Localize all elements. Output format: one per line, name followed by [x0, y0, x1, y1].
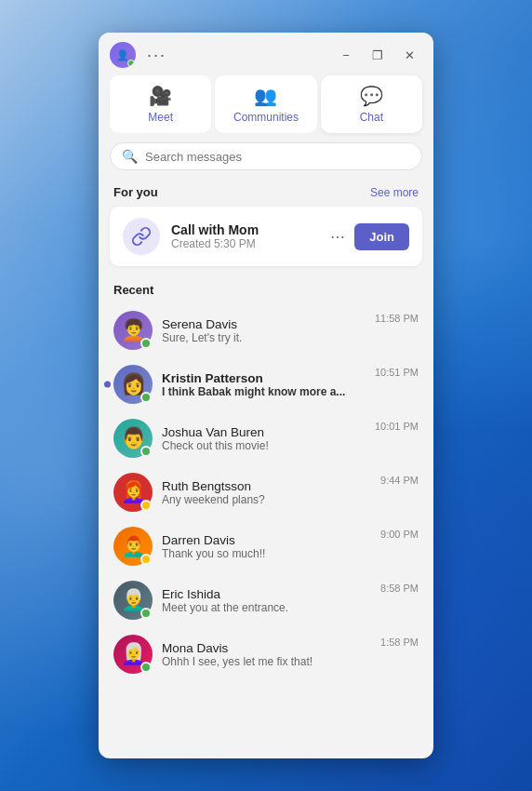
for-you-title: For you [113, 185, 158, 199]
tab-communities-label: Communities [233, 111, 299, 124]
chat-preview-text: Sure, Let's try it. [162, 331, 366, 344]
recent-title: Recent [113, 283, 153, 297]
see-more-button[interactable]: See more [370, 186, 419, 199]
tab-meet-label: Meet [148, 111, 173, 124]
chat-timestamp: 9:00 PM [380, 529, 419, 540]
chat-preview-text: Ohhh I see, yes let me fix that! [162, 655, 371, 668]
recent-header: Recent [99, 277, 433, 303]
tab-communities[interactable]: 👥 Communities [215, 75, 316, 133]
for-you-header: For you See more [99, 181, 433, 207]
app-window: 👤 ··· − ❐ ✕ 🎥 Meet 👥 Communities 💬 Chat … [99, 33, 433, 758]
chat-body: Eric Ishida Meet you at the entrance. [162, 587, 371, 614]
chat-preview-text: I think Babak might know more a... [162, 385, 366, 398]
tab-chat-label: Chat [360, 111, 383, 124]
call-actions: ⋯ Join [328, 223, 409, 250]
call-title: Call with Mom [171, 222, 317, 237]
contact-status-dot [140, 500, 152, 511]
chat-body: Ruth Bengtsson Any weekend plans? [162, 479, 371, 506]
chat-avatar-wrap: 👨 [113, 419, 153, 458]
title-bar-left: 👤 ··· [110, 42, 170, 68]
chat-list-item[interactable]: 👨‍🦳 Eric Ishida Meet you at the entrance… [99, 573, 433, 627]
chat-preview-text: Any weekend plans? [162, 493, 371, 506]
search-bar: 🔍 [110, 142, 422, 170]
chat-body: Joshua Van Buren Check out this movie! [162, 425, 366, 452]
chat-timestamp: 11:58 PM [375, 313, 419, 324]
chat-list: 🧑‍🦱 Serena Davis Sure, Let's try it. 11:… [99, 303, 433, 681]
call-more-button[interactable]: ⋯ [328, 226, 347, 248]
more-options-button[interactable]: ··· [143, 44, 170, 67]
chat-avatar-wrap: 👩‍🦳 [113, 635, 153, 674]
chat-contact-name: Mona Davis [162, 641, 371, 655]
chat-contact-name: Eric Ishida [162, 587, 371, 601]
restore-button[interactable]: ❐ [365, 42, 391, 68]
chat-avatar-wrap: 👨‍🦳 [113, 581, 153, 620]
contact-status-dot [140, 392, 152, 403]
chat-list-item[interactable]: 🧑‍🦱 Serena Davis Sure, Let's try it. 11:… [99, 303, 433, 357]
contact-status-dot [140, 608, 152, 619]
communities-icon: 👥 [254, 85, 277, 107]
call-card[interactable]: Call with Mom Created 5:30 PM ⋯ Join [110, 207, 422, 266]
unread-indicator [104, 382, 111, 388]
chat-body: Mona Davis Ohhh I see, yes let me fix th… [162, 641, 371, 668]
content-area: For you See more Call with Mom Created 5… [99, 181, 433, 758]
search-input[interactable] [145, 150, 410, 164]
chat-list-item[interactable]: 👩 Kristin Patterson I think Babak might … [99, 357, 433, 411]
join-button[interactable]: Join [354, 223, 409, 250]
user-status-dot [127, 60, 135, 67]
chat-contact-name: Darren Davis [162, 533, 371, 547]
call-link-icon [123, 218, 160, 255]
close-button[interactable]: ✕ [396, 42, 422, 68]
meet-icon: 🎥 [149, 85, 172, 107]
chat-timestamp: 8:58 PM [380, 583, 419, 594]
chat-list-item[interactable]: 👨‍🦰 Darren Davis Thank you so much!! 9:0… [99, 519, 433, 573]
search-icon: 🔍 [122, 149, 138, 164]
chat-contact-name: Kristin Patterson [162, 371, 366, 385]
chat-preview-text: Thank you so much!! [162, 547, 371, 560]
chat-body: Kristin Patterson I think Babak might kn… [162, 371, 366, 398]
chat-avatar-wrap: 👩‍🦰 [113, 473, 153, 512]
chat-icon: 💬 [360, 85, 383, 107]
tab-meet[interactable]: 🎥 Meet [110, 75, 211, 133]
chat-body: Darren Davis Thank you so much!! [162, 533, 371, 560]
minimize-button[interactable]: − [333, 42, 359, 68]
chat-list-item[interactable]: 👩‍🦳 Mona Davis Ohhh I see, yes let me fi… [99, 627, 433, 681]
chat-preview-text: Meet you at the entrance. [162, 601, 371, 614]
user-avatar: 👤 [110, 42, 136, 68]
contact-status-dot [140, 662, 152, 673]
call-info: Call with Mom Created 5:30 PM [171, 222, 317, 250]
contact-status-dot [140, 446, 152, 457]
chat-list-item[interactable]: 👨 Joshua Van Buren Check out this movie!… [99, 411, 433, 465]
chat-contact-name: Ruth Bengtsson [162, 479, 371, 493]
chat-body: Serena Davis Sure, Let's try it. [162, 317, 366, 344]
title-bar: 👤 ··· − ❐ ✕ [99, 33, 433, 75]
call-created: Created 5:30 PM [171, 237, 317, 250]
contact-status-dot [140, 554, 152, 565]
chat-avatar-wrap: 👨‍🦰 [113, 527, 153, 566]
chat-contact-name: Serena Davis [162, 317, 366, 331]
chat-list-item[interactable]: 👩‍🦰 Ruth Bengtsson Any weekend plans? 9:… [99, 465, 433, 519]
nav-tabs: 🎥 Meet 👥 Communities 💬 Chat [99, 75, 433, 142]
title-bar-controls: − ❐ ✕ [333, 42, 422, 68]
contact-status-dot [140, 338, 152, 349]
chat-timestamp: 10:01 PM [375, 421, 419, 432]
tab-chat[interactable]: 💬 Chat [321, 75, 422, 133]
chat-timestamp: 9:44 PM [380, 475, 419, 486]
chat-contact-name: Joshua Van Buren [162, 425, 366, 439]
chat-avatar-wrap: 👩 [113, 365, 153, 404]
chat-timestamp: 10:51 PM [375, 367, 419, 378]
chat-avatar-wrap: 🧑‍🦱 [113, 311, 153, 350]
chat-timestamp: 1:58 PM [380, 637, 419, 648]
chat-preview-text: Check out this movie! [162, 439, 366, 452]
